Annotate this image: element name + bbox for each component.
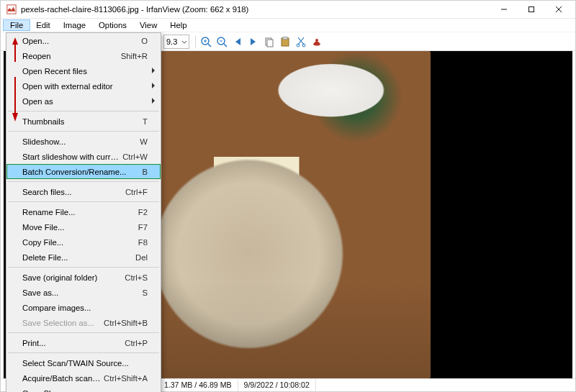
svg-rect-2 — [529, 7, 534, 12]
menu-item-label: Slideshow... — [22, 137, 140, 146]
next-icon[interactable] — [246, 35, 261, 49]
menu-item-label: Start slideshow with current file list — [22, 152, 122, 161]
close-button[interactable] — [545, 1, 572, 18]
menu-item-open-with-external-editor[interactable]: Open with external editor — [6, 78, 161, 94]
menu-item-rename-file[interactable]: Rename File...F2 — [6, 204, 161, 219]
menu-item-open-recent-files[interactable]: Open Recent files — [6, 63, 161, 78]
menu-item-shortcut: Ctrl+F — [125, 188, 148, 196]
menu-item-label: Thumbnails — [22, 117, 143, 126]
minimize-button[interactable] — [490, 1, 518, 18]
menu-item-label: Rename File... — [22, 208, 138, 216]
copy-icon[interactable] — [262, 35, 276, 49]
menu-item-save-original-folder[interactable]: Save (original folder)Ctrl+S — [6, 270, 161, 285]
svg-line-6 — [208, 44, 211, 47]
menu-item-copy-file[interactable]: Copy File...F8 — [6, 234, 161, 250]
cut-icon[interactable] — [294, 35, 308, 49]
menu-item-compare-images[interactable]: Compare images... — [6, 300, 161, 315]
menu-item-label: Save as... — [22, 288, 142, 297]
menu-item-shortcut: W — [140, 137, 148, 146]
menu-item-slideshow[interactable]: Slideshow...W — [6, 134, 161, 149]
prev-icon[interactable] — [230, 35, 245, 49]
menu-item-shortcut: T — [143, 117, 148, 126]
menu-separator — [8, 352, 159, 353]
menu-item-open-as[interactable]: Open as — [6, 94, 161, 109]
menu-separator — [8, 267, 159, 268]
zoom-value: 9.3 — [166, 37, 177, 46]
menu-item-shortcut: Ctrl+S — [125, 273, 148, 282]
menu-item-select-scan-twain-source[interactable]: Select Scan/TWAIN Source... — [6, 355, 161, 370]
file-menu-dropdown: Open...OReopenShift+ROpen Recent filesOp… — [6, 32, 161, 392]
menu-item-shortcut: B — [142, 168, 148, 176]
chevron-right-icon — [150, 82, 156, 91]
zoom-combo[interactable]: 9.3 — [163, 35, 189, 49]
maximize-button[interactable] — [518, 1, 545, 18]
menu-separator — [8, 111, 159, 111]
menu-item-save-selection-as: Save Selection as...Ctrl+Shift+B — [6, 315, 161, 330]
titlebar: pexels-rachel-claire-8113066.jpg - Irfan… — [1, 1, 575, 19]
menu-item-shortcut: F2 — [138, 208, 148, 216]
status-datetime: 9/9/2022 / 10:08:02 — [238, 379, 316, 391]
menu-item-shortcut: Ctrl+W — [122, 152, 148, 161]
menu-item-print[interactable]: Print...Ctrl+P — [6, 335, 161, 350]
menu-item-label: Open as — [22, 97, 148, 106]
menu-item-shortcut: Ctrl+Shift+A — [104, 374, 148, 383]
menu-file[interactable]: File — [4, 20, 30, 30]
annotation-arrow-file — [10, 36, 20, 63]
menu-item-label: Copy File... — [22, 238, 138, 247]
menu-edit[interactable]: Edit — [30, 20, 56, 30]
menubar: File Edit Image Options View Help — [1, 19, 575, 32]
menu-item-label: Open Recent files — [22, 67, 148, 76]
menu-item-label: Open with external editor — [22, 82, 148, 91]
menu-separator — [8, 131, 159, 132]
menu-item-label: Print... — [22, 339, 125, 347]
menu-item-label: Save Selection as... — [22, 319, 104, 327]
zoom-out-icon[interactable] — [215, 35, 229, 49]
chevron-right-icon — [150, 67, 156, 76]
menu-item-reopen[interactable]: ReopenShift+R — [6, 48, 161, 63]
toolbar-separator — [195, 35, 196, 48]
menu-item-label: Copy Shop... — [22, 389, 148, 393]
menu-item-acquire-batch-scanning[interactable]: Acquire/Batch scanning...Ctrl+Shift+A — [6, 370, 161, 386]
menu-item-start-slideshow-with-current-file-list[interactable]: Start slideshow with current file listCt… — [6, 149, 161, 164]
menu-item-copy-shop[interactable]: Copy Shop... — [6, 386, 161, 392]
menu-item-label: Open... — [22, 37, 141, 45]
image-content — [146, 51, 431, 378]
menu-item-thumbnails[interactable]: ThumbnailsT — [6, 114, 161, 129]
menu-separator — [8, 332, 159, 333]
menu-item-move-file[interactable]: Move File...F7 — [6, 219, 161, 234]
menu-view[interactable]: View — [133, 20, 163, 30]
menu-item-label: Compare images... — [22, 304, 148, 312]
menu-item-label: Acquire/Batch scanning... — [22, 374, 104, 383]
menu-item-label: Select Scan/TWAIN Source... — [22, 359, 148, 368]
paste-icon[interactable] — [278, 35, 292, 49]
menu-item-shortcut: F8 — [138, 238, 148, 247]
chevron-right-icon — [150, 97, 156, 106]
menu-item-label: Delete File... — [22, 253, 135, 262]
menu-item-label: Batch Conversion/Rename... — [22, 168, 142, 176]
menu-options[interactable]: Options — [92, 20, 133, 30]
annotation-arrow-batch — [10, 76, 20, 123]
menu-item-save-as[interactable]: Save as...S — [6, 285, 161, 300]
menu-item-shortcut: Del — [135, 253, 148, 262]
menu-item-delete-file[interactable]: Delete File...Del — [6, 250, 161, 265]
menu-item-shortcut: F7 — [138, 223, 148, 232]
menu-item-open[interactable]: Open...O — [6, 33, 161, 48]
menu-item-shortcut: O — [141, 37, 148, 45]
svg-rect-13 — [267, 40, 273, 47]
zoom-in-icon[interactable] — [199, 35, 213, 49]
menu-item-search-files[interactable]: Search files...Ctrl+F — [6, 184, 161, 199]
svg-line-10 — [224, 44, 227, 47]
about-icon[interactable] — [310, 35, 324, 49]
window-title: pexels-rachel-claire-8113066.jpg - Irfan… — [21, 5, 248, 14]
menu-image[interactable]: Image — [57, 20, 92, 30]
svg-point-18 — [315, 39, 318, 42]
menu-help[interactable]: Help — [163, 20, 193, 30]
menu-item-label: Search files... — [22, 188, 125, 196]
menu-item-label: Reopen — [22, 52, 121, 60]
status-size: 1.37 MB / 46.89 MB — [158, 379, 238, 391]
menu-item-batch-conversion-rename[interactable]: Batch Conversion/Rename...B — [6, 164, 161, 179]
menu-item-shortcut: Ctrl+P — [125, 339, 148, 347]
menu-separator — [8, 201, 159, 202]
menu-item-shortcut: Shift+R — [121, 52, 148, 60]
menu-item-shortcut: S — [142, 288, 148, 297]
